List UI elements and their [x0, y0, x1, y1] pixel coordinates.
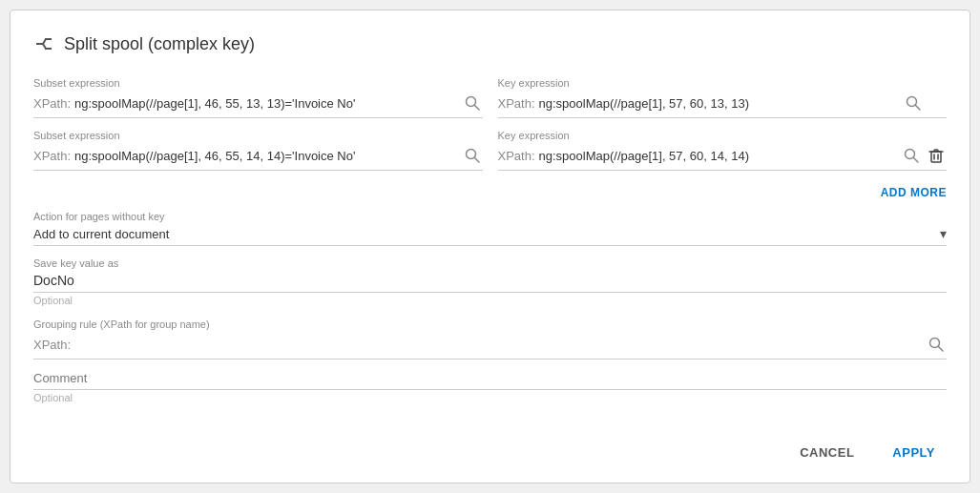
subset-search-button-1[interactable]	[462, 92, 483, 113]
apply-button[interactable]: APPLY	[881, 438, 947, 467]
add-more-button[interactable]: ADD MORE	[881, 186, 947, 199]
key-expr-input-1[interactable]	[539, 96, 903, 111]
split-spool-icon	[33, 33, 54, 54]
svg-rect-11	[931, 152, 941, 162]
subset-xpath-prefix-1: XPath:	[33, 96, 71, 111]
comment-input-wrap	[33, 371, 947, 390]
key-expr-label-1: Key expression	[498, 77, 948, 89]
subset-expr-label-1: Subset expression	[33, 77, 483, 89]
grouping-label: Grouping rule (XPath for group name)	[33, 318, 947, 330]
action-label: Action for pages without key	[33, 211, 947, 222]
subset-expr-input-wrap-2: XPath:	[33, 145, 483, 171]
action-dropdown-arrow[interactable]: ▾	[940, 226, 947, 241]
expressions-section: Subset expression XPath: Key expression …	[33, 77, 947, 182]
comment-input[interactable]	[33, 371, 947, 385]
add-more-row: ADD MORE	[33, 186, 947, 199]
key-expr-group-2: Key expression XPath:	[498, 130, 948, 171]
subset-search-button-2[interactable]	[462, 145, 483, 166]
expression-row-1: Subset expression XPath: Key expression …	[33, 77, 947, 118]
save-key-section: Save key value as DocNo Optional	[33, 257, 947, 307]
action-input[interactable]	[33, 227, 940, 241]
key-expr-label-2: Key expression	[498, 130, 948, 141]
split-spool-dialog: Split spool (complex key) Subset express…	[10, 10, 970, 483]
save-key-optional: Optional	[33, 295, 73, 306]
grouping-input[interactable]	[74, 338, 926, 352]
key-search-button-2[interactable]	[901, 145, 922, 166]
expression-row-2: Subset expression XPath: Key expression …	[33, 130, 947, 171]
subset-expr-input-2[interactable]	[74, 149, 461, 163]
svg-line-6	[916, 106, 921, 111]
key-expr-input-2[interactable]	[539, 149, 901, 163]
subset-expr-input-1[interactable]	[74, 96, 461, 111]
subset-expr-label-2: Subset expression	[33, 130, 483, 141]
key-xpath-prefix-1: XPath:	[498, 96, 535, 111]
key-expr-input-wrap-2: XPath:	[498, 145, 948, 171]
key-search-button-1[interactable]	[903, 92, 924, 113]
comment-optional: Optional	[33, 392, 73, 403]
save-key-value: DocNo	[33, 273, 947, 293]
key-expr-input-wrap-1: XPath:	[498, 92, 948, 118]
action-input-wrap: ▾	[33, 226, 947, 246]
svg-line-10	[914, 158, 919, 163]
grouping-search-button[interactable]	[926, 334, 947, 355]
svg-line-4	[474, 106, 479, 111]
dialog-footer: CANCEL APPLY	[33, 426, 947, 467]
key-xpath-prefix-2: XPath:	[498, 149, 535, 163]
key-expr-group-1: Key expression XPath:	[498, 77, 948, 118]
svg-line-16	[939, 347, 944, 352]
cancel-button[interactable]: CANCEL	[788, 438, 865, 467]
delete-row-button-2[interactable]	[926, 145, 947, 166]
save-key-label: Save key value as	[33, 257, 947, 269]
dialog-header: Split spool (complex key)	[33, 33, 947, 54]
grouping-input-wrap: XPath:	[33, 334, 947, 359]
subset-expr-group-2: Subset expression XPath:	[33, 130, 483, 171]
grouping-section: Grouping rule (XPath for group name) XPa…	[33, 318, 947, 359]
action-section: Action for pages without key ▾	[33, 211, 947, 246]
subset-xpath-prefix-2: XPath:	[33, 149, 71, 163]
dialog-title: Split spool (complex key)	[64, 34, 255, 54]
subset-expr-group-1: Subset expression XPath:	[33, 77, 483, 118]
comment-section: Optional	[33, 371, 947, 404]
svg-line-8	[474, 158, 479, 163]
grouping-xpath-prefix: XPath:	[33, 338, 71, 352]
subset-expr-input-wrap-1: XPath:	[33, 92, 483, 118]
